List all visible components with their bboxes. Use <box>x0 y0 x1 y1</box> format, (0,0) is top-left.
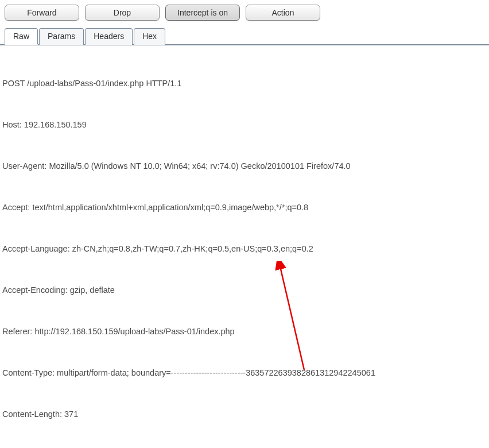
tab-raw[interactable]: Raw <box>5 28 38 45</box>
tab-params[interactable]: Params <box>39 28 84 45</box>
header-accept-language: Accept-Language: zh-CN,zh;q=0.8,zh-TW;q=… <box>2 242 487 256</box>
header-referer: Referer: http://192.168.150.159/upload-l… <box>2 325 487 338</box>
action-button[interactable]: Action <box>246 5 320 21</box>
header-content-length: Content-Length: 371 <box>2 407 487 421</box>
http-request-editor[interactable]: POST /upload-labs/Pass-01/index.php HTTP… <box>0 45 489 448</box>
request-line: POST /upload-labs/Pass-01/index.php HTTP… <box>2 76 487 90</box>
tab-headers[interactable]: Headers <box>85 28 133 45</box>
header-content-type: Content-Type: multipart/form-data; bound… <box>2 366 487 380</box>
tab-bar: Raw Params Headers Hex <box>0 24 489 45</box>
header-user-agent: User-Agent: Mozilla/5.0 (Windows NT 10.0… <box>2 159 487 173</box>
forward-button[interactable]: Forward <box>5 5 79 21</box>
tab-hex[interactable]: Hex <box>134 28 165 45</box>
header-accept-encoding: Accept-Encoding: gzip, deflate <box>2 283 487 297</box>
header-accept: Accept: text/html,application/xhtml+xml,… <box>2 200 487 214</box>
header-host: Host: 192.168.150.159 <box>2 118 487 132</box>
toolbar: Forward Drop Intercept is on Action <box>0 0 489 24</box>
intercept-toggle-button[interactable]: Intercept is on <box>165 5 240 21</box>
drop-button[interactable]: Drop <box>85 5 160 21</box>
